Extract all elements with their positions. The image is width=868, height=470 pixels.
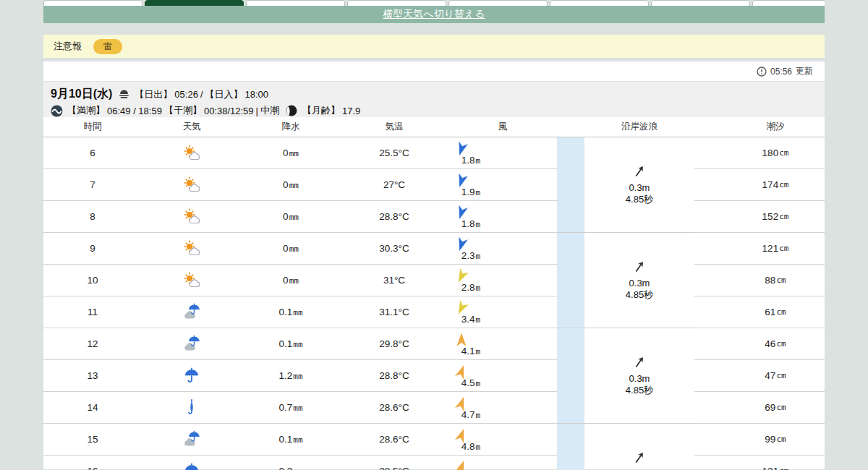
wave-height: 0.3m (629, 182, 650, 194)
wave-direction-arrow (632, 450, 647, 469)
tide-wave-icon (51, 105, 63, 117)
time-cell: 7 (43, 179, 142, 190)
top-tab[interactable] (43, 0, 142, 6)
wind-cell: 2.8m (448, 268, 557, 293)
table-row: 11 0.1mm 31.1°C 3.4m (43, 296, 557, 328)
sunset-time: 18:00 (245, 89, 269, 100)
weather-icon (142, 208, 242, 226)
wave-direction-arrow (632, 260, 647, 278)
time-cell: 8 (43, 211, 142, 222)
precip-cell: 0.1mm (242, 307, 340, 317)
time-cell: 11 (43, 307, 142, 317)
update-suffix: 更新 (796, 65, 813, 77)
advisory-label: 注意報 (54, 40, 82, 53)
table-row: 10 0mm 31°C 2.8m (43, 265, 557, 296)
table-header-row: 時間 天気 降水 気温 風 沿岸波浪 潮汐 (43, 117, 825, 137)
weather-icon (142, 144, 242, 163)
wave-period: 4.85秒 (626, 385, 653, 396)
wind-cell: 1.8m (448, 141, 557, 166)
tide-cell: 131cm (694, 456, 825, 470)
hourly-rows: 6 0mm 25.5°C 1.8m 7 (43, 137, 557, 470)
table-row: 15 0.1mm 28.6°C 4.8m (43, 424, 557, 456)
precip-cell: 0mm (242, 275, 340, 286)
time-cell: 13 (43, 370, 142, 381)
tide-type: 中潮 (260, 104, 279, 117)
top-tab-strip (43, 0, 825, 6)
weather-icon (142, 462, 242, 470)
wave-direction-arrow (632, 164, 647, 182)
top-tab[interactable] (448, 0, 548, 6)
wind-cell: 1.8m (448, 205, 557, 229)
wave-group: 0.3m 4.85秒 (584, 328, 694, 424)
table-row: 6 0mm 25.5°C 1.8m (43, 137, 557, 169)
highlight-band (557, 137, 584, 470)
header-weather: 天気 (142, 121, 242, 133)
sunrise-label: 【日出】 (135, 88, 172, 101)
header-time: 時間 (43, 121, 142, 133)
tide-cell: 46cm (694, 328, 825, 360)
date-header: 9月10日(水) 【日出】 05:26 / 【日入】 18:00 【満潮】 06… (43, 81, 825, 117)
wind-cell: 3.4m (448, 300, 557, 325)
top-tab-active[interactable] (145, 0, 244, 6)
top-tab[interactable] (752, 0, 825, 6)
header-precip: 降水 (242, 121, 340, 133)
table-body: 6 0mm 25.5°C 1.8m 7 (43, 137, 825, 470)
top-tab[interactable] (651, 0, 750, 6)
wave-period: 4.85秒 (626, 194, 653, 205)
precip-cell: 0mm (242, 243, 340, 254)
wind-cell: 2.3m (448, 236, 557, 261)
tide-cell: 69cm (694, 392, 825, 424)
wind-cell: 1.9m (448, 173, 557, 197)
precip-cell: 0.1mm (242, 338, 340, 349)
tide-cell: 47cm (694, 360, 825, 392)
high-tide-times: 06:49 / 18:59 (107, 106, 162, 116)
weather-icon (142, 176, 242, 195)
date-label: 9月10日(水) (51, 87, 112, 102)
top-tab[interactable] (347, 0, 446, 6)
tide-cell: 61cm (694, 296, 825, 328)
tide-cell: 152cm (694, 201, 825, 233)
sunrise-time: 05:26 (174, 89, 198, 100)
top-tab[interactable] (246, 0, 345, 6)
tide-cell: 121cm (694, 233, 825, 265)
time-cell: 6 (43, 148, 142, 158)
wave-group: 0.3m 4.85秒 (584, 424, 694, 470)
update-alert-icon (757, 67, 767, 77)
weather-icon (142, 239, 242, 258)
weather-icon (142, 335, 242, 354)
slash: / (200, 89, 203, 100)
advisory-bar: 注意報 雷 (43, 35, 825, 58)
moon-age-label: 【月齢】 (302, 104, 340, 117)
precip-cell: 0mm (242, 211, 340, 222)
tide-cell: 99cm (694, 424, 825, 456)
precip-cell: 0mm (242, 148, 340, 158)
tide-cell: 174cm (694, 169, 825, 201)
time-cell: 15 (43, 434, 142, 445)
header-temp: 気温 (340, 121, 448, 133)
time-cell: 14 (43, 402, 142, 413)
precip-cell: 0.2mm (242, 466, 340, 470)
wave-group: 0.3m 4.85秒 (584, 233, 694, 328)
weather-icon (142, 367, 242, 385)
time-cell: 9 (43, 243, 142, 254)
table-row: 7 0mm 27°C 1.9m (43, 169, 557, 201)
weather-icon (142, 430, 242, 449)
header-wind: 風 (448, 121, 557, 133)
table-row: 8 0mm 28.8°C 1.8m (43, 201, 557, 233)
precip-cell: 0.1mm (242, 434, 340, 445)
view-switch-bar: 横型天気へ切り替える (43, 6, 825, 23)
tide-cell: 180cm (694, 137, 825, 169)
wind-cell: 4.7m (448, 396, 557, 420)
header-wave: 沿岸波浪 (584, 121, 694, 133)
wind-direction-arrow (454, 459, 469, 470)
table-row: 12 0.1mm 29.8°C 4.1m (43, 328, 557, 360)
time-cell: 10 (43, 275, 142, 286)
wind-cell: 4.1m (448, 332, 557, 356)
sunset-label: 【日入】 (205, 88, 243, 101)
switch-to-horizontal-link[interactable]: 横型天気へ切り替える (383, 8, 485, 21)
wind-cell: 4.5m (448, 364, 557, 388)
top-tab[interactable] (550, 0, 649, 6)
wind-cell (448, 459, 557, 470)
thunder-advisory-badge[interactable]: 雷 (93, 39, 122, 54)
update-time-line: 05:56 更新 (43, 61, 825, 81)
